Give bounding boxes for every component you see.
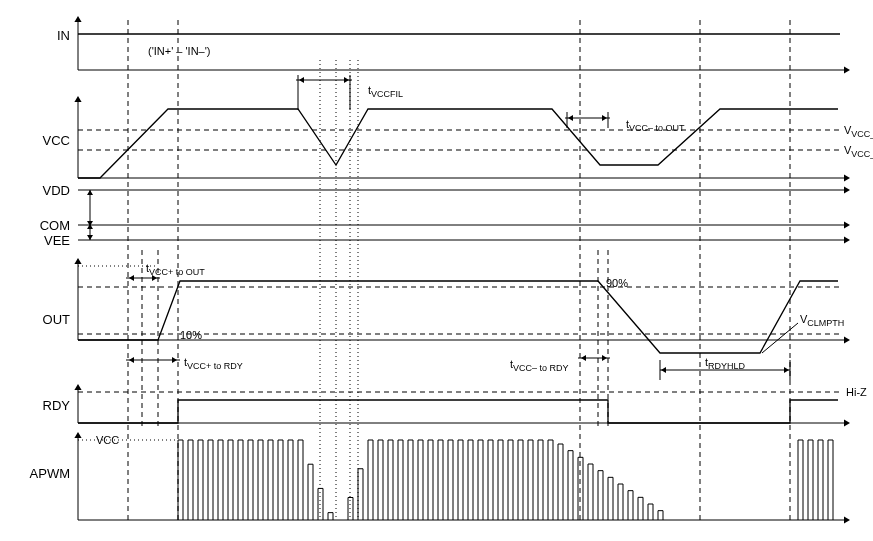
svg-marker-24 <box>129 357 134 363</box>
svg-marker-20 <box>844 336 850 343</box>
in-diff-note: ('IN+' – 'IN–') <box>148 45 211 57</box>
label-tvccminus-out: tVCC– to OUT <box>626 118 685 133</box>
label-vcc: VCC <box>43 133 70 148</box>
svg-marker-10 <box>568 115 573 121</box>
svg-marker-30 <box>661 367 666 373</box>
hiz-label: Hi-Z <box>846 386 867 398</box>
svg-marker-19 <box>74 258 81 264</box>
svg-marker-15 <box>87 190 93 195</box>
label-com: COM <box>40 218 70 233</box>
label-in: IN <box>57 28 70 43</box>
label-trdyhld: tRDYHLD <box>705 356 746 371</box>
svg-marker-3 <box>844 174 850 181</box>
svg-marker-31 <box>784 367 789 373</box>
svg-marker-33 <box>844 419 850 426</box>
pct10: 10% <box>180 329 202 341</box>
apwm-pulses <box>178 440 833 520</box>
rdy-trace <box>78 400 838 423</box>
svg-marker-2 <box>74 96 81 102</box>
label-tvccfil: tVCCFIL <box>368 84 403 99</box>
svg-marker-27 <box>602 355 607 361</box>
label-tvccplus-rdy: tVCC+ to RDY <box>184 356 243 371</box>
pct90: 90% <box>606 277 628 289</box>
svg-marker-7 <box>344 77 349 83</box>
svg-marker-14 <box>844 236 850 243</box>
svg-marker-0 <box>74 16 81 22</box>
vcc-trace <box>78 109 838 178</box>
out-trace <box>78 281 838 353</box>
svg-marker-32 <box>74 384 81 390</box>
svg-marker-6 <box>299 77 304 83</box>
svg-marker-25 <box>172 357 177 363</box>
vcc-on-label: VVCC_ON <box>844 124 873 139</box>
svg-marker-1 <box>844 66 850 73</box>
label-rdy: RDY <box>43 398 71 413</box>
svg-marker-16 <box>87 235 93 240</box>
label-vdd: VDD <box>43 183 70 198</box>
label-vee: VEE <box>44 233 70 248</box>
svg-marker-13 <box>844 221 850 228</box>
svg-marker-11 <box>602 115 607 121</box>
svg-marker-34 <box>74 432 81 438</box>
svg-marker-12 <box>844 186 850 193</box>
clmpth-leader <box>762 323 798 353</box>
svg-marker-22 <box>129 275 134 281</box>
label-tvccplus-out: tVCC+ to OUT <box>146 262 205 277</box>
label-out: OUT <box>43 312 71 327</box>
svg-marker-26 <box>581 355 586 361</box>
vcc-off-label: VVCC_OFF <box>844 144 873 159</box>
svg-marker-35 <box>844 516 850 523</box>
apwm-vcc-label: VCC <box>96 434 119 446</box>
label-vclmpth: VCLMPTH <box>800 313 844 328</box>
label-apwm: APWM <box>30 466 70 481</box>
label-tvccminus-rdy: tVCC– to RDY <box>510 358 569 373</box>
